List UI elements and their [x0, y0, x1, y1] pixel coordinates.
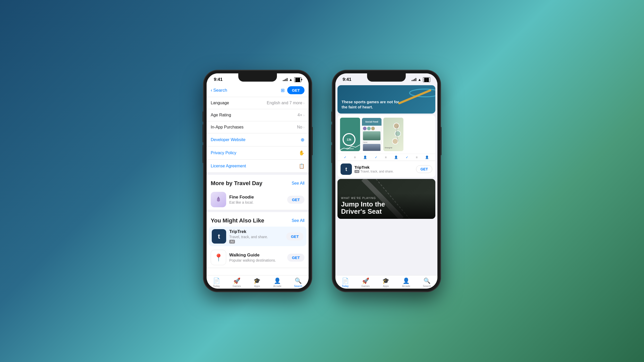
privacy-policy-row[interactable]: Privacy Policy ✋ — [207, 146, 309, 160]
license-agreement-row[interactable]: License Agreement 📋 — [207, 160, 309, 173]
tab-games[interactable]: 🚀 Games — [233, 278, 241, 288]
triptrek-promo-name: TripTrek — [354, 165, 413, 169]
apps-tab-label: Apps — [254, 285, 260, 288]
tab-games-2[interactable]: 🚀 Games — [361, 278, 370, 288]
more-section-title: More by Travel Day — [211, 180, 262, 187]
language-row[interactable]: Language English and 7 more › — [207, 97, 309, 109]
fine-foodie-icon — [211, 192, 226, 207]
triptrek-promo-info: TripTrek Ad Travel, track, and share. — [354, 165, 413, 174]
triptrek-info: TripTrek Travel, track, and share. Ad — [229, 229, 283, 244]
search-tab-label: Search — [294, 285, 302, 288]
in-app-value-text: No — [297, 125, 302, 130]
triptrek-promo-subtitle: Travel, track, and share. — [360, 170, 394, 173]
status-time-1: 9:41 — [214, 77, 223, 82]
in-app-purchases-row[interactable]: In-App Purchases No › — [207, 121, 309, 133]
sports-graphic — [384, 85, 435, 114]
arcade-tab-icon: 👤 — [274, 278, 281, 284]
apps-tab-icon-2: 🎓 — [382, 278, 389, 284]
more-see-all[interactable]: See All — [292, 181, 304, 186]
volume-down-button-2 — [331, 145, 332, 163]
list-icon-2: ≡ — [385, 156, 387, 159]
triptrek-subtitle: Travel, track, and share. — [229, 235, 283, 239]
screenshot-2: Social Feed Jane — [362, 118, 382, 151]
triptrek-promo-row: t TripTrek Ad Travel, track, and share. … — [337, 161, 435, 177]
tab-search-active[interactable]: 🔍 Search — [294, 278, 302, 288]
walking-guide-name: Walking Guide — [229, 253, 284, 258]
license-agreement-label: License Agreement — [211, 164, 246, 168]
screenshots-container: 13k Photos Social Feed — [337, 115, 435, 154]
nav-actions: ⊞ GET — [281, 86, 304, 94]
what-playing-card[interactable]: WHAT WE'RE PLAYING Jump Into theDriver's… — [337, 179, 435, 219]
arcade-tab-label: Arcade — [273, 285, 282, 288]
search-tab-label-2: Search — [423, 285, 431, 288]
fine-foodie-get-button[interactable]: GET — [287, 196, 304, 204]
in-app-label: In-App Purchases — [211, 125, 243, 130]
back-label[interactable]: Search — [213, 88, 227, 93]
triptrek-promo-get-button[interactable]: GET — [416, 165, 432, 173]
power-button — [312, 127, 313, 155]
screenshot-3: Shanghai — [383, 118, 403, 151]
list-icon-3: ≡ — [416, 156, 418, 159]
tab-arcade-2[interactable]: 👤 Arcade — [402, 278, 410, 288]
tab-apps[interactable]: 🎓 Apps — [253, 278, 260, 288]
checkmark-icon-2: ✓ — [375, 156, 377, 159]
triptrek-row: t TripTrek Travel, track, and share. Ad … — [209, 227, 307, 246]
tab-arcade[interactable]: 👤 Arcade — [273, 278, 282, 288]
triptrek-promo-ad-badge: Ad — [354, 170, 359, 173]
get-button-nav[interactable]: GET — [287, 86, 304, 94]
apps-tab-icon: 🎓 — [253, 278, 260, 284]
today-tab-label: Today — [213, 285, 220, 288]
triptrek-ad-badge: Ad — [229, 240, 235, 244]
age-chevron-icon: › — [303, 113, 304, 117]
filter-icon[interactable]: ⊞ — [281, 88, 285, 93]
tab-apps-2[interactable]: 🎓 Apps — [382, 278, 389, 288]
tab-bar-1: 📄 Today 🚀 Games 🎓 Apps 👤 Arcade 🔍 Search — [207, 275, 309, 289]
phone-1: 9:41 ▲ ██ ‹ Search — [204, 70, 312, 292]
map-line-svg — [383, 118, 403, 151]
tab-today-2[interactable]: 📄 Today — [342, 278, 349, 288]
what-playing-overlay: WHAT WE'RE PLAYING Jump Into theDriver's… — [337, 193, 435, 219]
apps-tab-label-2: Apps — [383, 285, 389, 288]
triptrek-promo-icon: t — [341, 163, 352, 175]
divider-2 — [207, 210, 309, 212]
person-icon-2: 👤 — [394, 156, 398, 159]
games-tab-label-2: Games — [361, 285, 370, 288]
developer-website-row[interactable]: Developer Website ⊕ — [207, 133, 309, 146]
signal-icon — [283, 78, 287, 81]
language-label: Language — [211, 101, 229, 105]
language-value: English and 7 more › — [267, 101, 304, 105]
triptrek-app-icon: t — [212, 229, 226, 244]
today-tab-icon-2: 📄 — [342, 278, 349, 284]
in-app-value: No › — [297, 125, 304, 130]
document-icon: 📋 — [299, 163, 304, 169]
status-time-2: 9:41 — [343, 77, 351, 82]
age-rating-value-text: 4+ — [298, 113, 302, 117]
today-tab-icon: 📄 — [213, 278, 220, 284]
status-icons-2: ▲ ██ — [412, 77, 430, 82]
fine-foodie-subtitle: Eat like a local. — [229, 200, 284, 204]
checkmark-icon: ✓ — [344, 156, 346, 159]
also-like-see-all[interactable]: See All — [292, 218, 304, 223]
walking-guide-info: Walking Guide Popular walking destinatio… — [229, 253, 284, 262]
what-playing-category: WHAT WE'RE PLAYING — [341, 197, 432, 200]
age-rating-row[interactable]: Age Rating 4+ › — [207, 109, 309, 121]
tab-today[interactable]: 📄 Today — [213, 278, 220, 288]
games-tab-icon: 🚀 — [233, 278, 240, 284]
volume-up-button-2 — [331, 124, 332, 142]
triptrek-get-button[interactable]: GET — [286, 232, 303, 240]
arcade-tab-label-2: Arcade — [402, 285, 410, 288]
tab-search-2[interactable]: 🔍 Search — [423, 278, 431, 288]
wifi-icon-2: ▲ — [418, 77, 421, 82]
screenshot-icon-bar: ✓ ≡ 👤 ✓ ≡ 👤 ✓ ≡ 👤 — [337, 154, 435, 161]
status-icons-1: ▲ ██ — [283, 77, 301, 82]
back-button[interactable]: ‹ Search — [211, 88, 227, 93]
walking-guide-get-button[interactable]: GET — [287, 254, 304, 262]
external-link-icon: ⊕ — [301, 137, 304, 143]
also-like-title: You Might Also Like — [211, 217, 264, 224]
developer-website-label: Developer Website — [211, 137, 245, 142]
sports-card[interactable]: These sports games are not forthe faint … — [337, 85, 435, 114]
info-list: Language English and 7 more › Age Rating… — [207, 97, 309, 173]
walking-guide-subtitle: Popular walking destinations. — [229, 258, 284, 262]
svg-point-0 — [217, 199, 220, 202]
wifi-icon: ▲ — [289, 77, 293, 82]
